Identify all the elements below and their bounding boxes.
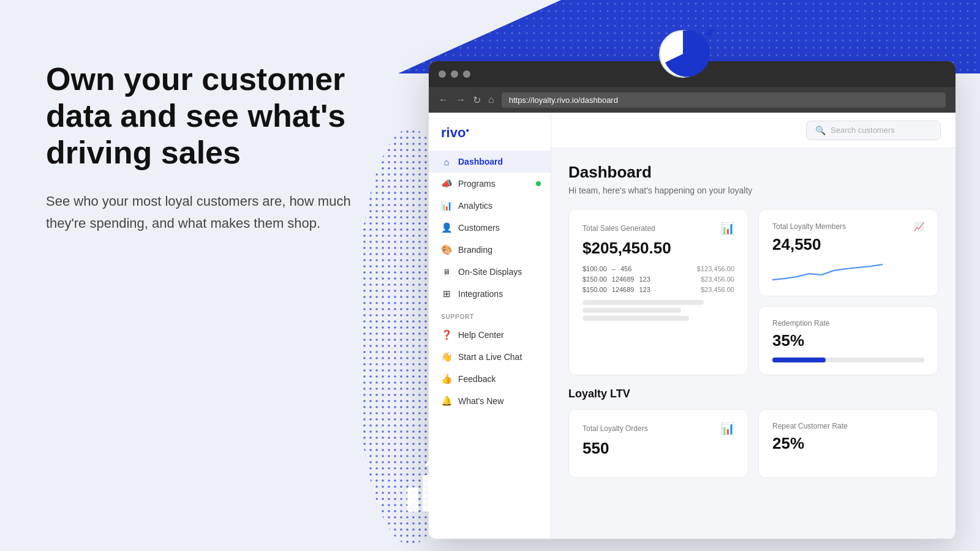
stat-card-orders: Total Loyalty Orders 📊 550 — [568, 409, 748, 478]
sidebar-label-livechat: Start a Live Chat — [458, 352, 522, 362]
search-placeholder: Search customers — [831, 126, 895, 135]
search-box[interactable]: 🔍 Search customers — [806, 121, 941, 140]
stat-row-1: $100.00 – 456 $123,456.00 — [582, 265, 734, 272]
top-bar: 🔍 Search customers — [551, 113, 956, 148]
sidebar-logo: rivo● — [429, 122, 551, 151]
sidebar-item-dashboard[interactable]: ⌂ Dashboard — [429, 151, 551, 173]
customers-icon: 👤 — [441, 222, 452, 233]
hero-subtitle: See who your most loyal customers are, h… — [46, 190, 389, 233]
sidebar-item-programs[interactable]: 📣 Programs — [429, 173, 551, 195]
skeleton-bar-2 — [582, 308, 681, 313]
stat-label-sales: Total Sales Generated 📊 — [582, 222, 734, 235]
main-content: 🔍 Search customers Dashboard Hi team, he… — [551, 113, 956, 539]
redemption-bar-bg — [772, 358, 924, 362]
sidebar-item-onsite[interactable]: 🖥 On-Site Displays — [429, 261, 551, 283]
branding-icon: 🎨 — [441, 244, 452, 255]
bottom-stats-grid: Total Loyalty Orders 📊 550 Repeat Custom… — [568, 409, 938, 478]
sidebar-label-customers: Customers — [458, 223, 500, 233]
stat-label-redemption: Redemption Rate — [772, 319, 924, 328]
ltv-section-title: Loyalty LTV — [568, 388, 938, 400]
dashboard-subtitle: Hi team, here's what's happening on your… — [568, 186, 938, 195]
browser-addressbar: ← → ↻ ⌂ https://loyalty.rivo.io/dashboar… — [429, 87, 956, 113]
sidebar-label-whatsnew: What's New — [458, 396, 503, 406]
stat-value-redemption: 35% — [772, 331, 924, 350]
sales-chart-icon: 📊 — [721, 222, 734, 235]
back-button[interactable]: ← — [439, 94, 448, 105]
svg-rect-6 — [407, 487, 418, 512]
stats-grid-top: Total Sales Generated 📊 $205,450.50 $100… — [568, 209, 938, 375]
dashboard-body: Dashboard Hi team, here's what's happeni… — [551, 148, 956, 493]
analytics-icon: 📊 — [441, 200, 452, 211]
sidebar-label-onsite: On-Site Displays — [458, 267, 522, 277]
support-section-label: SUPPORT — [429, 305, 551, 324]
dashboard-icon: ⌂ — [441, 156, 452, 167]
home-button[interactable]: ⌂ — [488, 94, 494, 105]
stat-card-redemption: Redemption Rate 35% — [758, 306, 938, 375]
refresh-button[interactable]: ↻ — [473, 94, 481, 106]
sidebar-item-livechat[interactable]: 👋 Start a Live Chat — [429, 346, 551, 368]
sidebar-label-integrations: Integrations — [458, 289, 503, 299]
stat-rows-sales: $100.00 – 456 $123,456.00 $150.00 124689… — [582, 265, 734, 321]
dashboard-title: Dashboard — [568, 163, 938, 182]
stat-card-repeat: Repeat Customer Rate 25% — [758, 409, 938, 478]
stat-label-orders: Total Loyalty Orders 📊 — [582, 422, 734, 435]
sidebar-label-help: Help Center — [458, 330, 504, 340]
members-sparkline — [772, 261, 924, 283]
skeleton-bars — [582, 300, 734, 321]
stat-row-2: $150.00 124689 123 $23,456.00 — [582, 276, 734, 283]
sidebar-item-integrations[interactable]: ⊞ Integrations — [429, 283, 551, 305]
programs-icon: 📣 — [441, 178, 452, 189]
browser-dot-1 — [439, 70, 446, 78]
sidebar-label-programs: Programs — [458, 179, 496, 189]
onsite-icon: 🖥 — [441, 266, 452, 277]
stat-value-orders: 550 — [582, 439, 734, 458]
integrations-icon: ⊞ — [441, 288, 452, 299]
sidebar-item-whatsnew[interactable]: 🔔 What's New — [429, 390, 551, 412]
address-bar[interactable]: https://loyalty.rivo.io/dashboard — [502, 92, 946, 108]
right-stats-col: Total Loyalty Members 📈 24,550 — [758, 209, 938, 375]
forward-button[interactable]: → — [456, 94, 466, 105]
sidebar-item-helpcenter[interactable]: ❓ Help Center — [429, 324, 551, 346]
stat-card-sales: Total Sales Generated 📊 $205,450.50 $100… — [568, 209, 748, 375]
sidebar-item-branding[interactable]: 🎨 Branding — [429, 239, 551, 261]
redemption-bar-fill — [772, 358, 826, 362]
stat-value-sales: $205,450.50 — [582, 239, 734, 258]
sidebar-item-analytics[interactable]: 📊 Analytics — [429, 195, 551, 217]
nav-support: ❓ Help Center 👋 Start a Live Chat 👍 Feed… — [429, 324, 551, 412]
help-icon: ❓ — [441, 329, 452, 340]
nav-main: ⌂ Dashboard 📣 Programs 📊 Analytics 👤 Cus… — [429, 151, 551, 305]
members-chart-icon: 📈 — [914, 222, 924, 231]
stat-label-repeat: Repeat Customer Rate — [772, 422, 924, 430]
app-layout: rivo● ⌂ Dashboard 📣 Programs 📊 Analytics — [429, 113, 956, 539]
skeleton-bar-1 — [582, 300, 704, 305]
livechat-icon: 👋 — [441, 351, 452, 362]
orders-chart-icon: 📊 — [721, 422, 734, 435]
sidebar-item-feedback[interactable]: 👍 Feedback — [429, 368, 551, 390]
svg-marker-3 — [704, 28, 714, 37]
stat-value-members: 24,550 — [772, 235, 924, 254]
browser-dot-2 — [451, 70, 458, 78]
browser-chrome — [429, 61, 956, 87]
logo-text: rivo — [441, 125, 466, 140]
hero-section: Own your customer data and see what's dr… — [46, 61, 389, 234]
sidebar-label-branding: Branding — [458, 245, 492, 255]
whatsnew-icon: 🔔 — [441, 395, 452, 407]
search-icon: 🔍 — [815, 126, 826, 135]
browser-dot-3 — [463, 70, 470, 78]
browser-window: ← → ↻ ⌂ https://loyalty.rivo.io/dashboar… — [429, 61, 956, 539]
stat-row-3: $150.00 124689 123 $23,456.00 — [582, 286, 734, 293]
feedback-icon: 👍 — [441, 373, 452, 384]
stat-label-members: Total Loyalty Members 📈 — [772, 222, 924, 231]
sidebar-label-analytics: Analytics — [458, 201, 492, 211]
stat-card-members: Total Loyalty Members 📈 24,550 — [758, 209, 938, 296]
sidebar-label-dashboard: Dashboard — [458, 157, 503, 167]
skeleton-bar-3 — [582, 316, 689, 321]
sidebar-label-feedback: Feedback — [458, 374, 496, 384]
sidebar: rivo● ⌂ Dashboard 📣 Programs 📊 Analytics — [429, 113, 551, 539]
hero-title: Own your customer data and see what's dr… — [46, 61, 389, 171]
sidebar-item-customers[interactable]: 👤 Customers — [429, 217, 551, 239]
stat-value-repeat: 25% — [772, 434, 924, 453]
programs-dot — [536, 181, 541, 186]
